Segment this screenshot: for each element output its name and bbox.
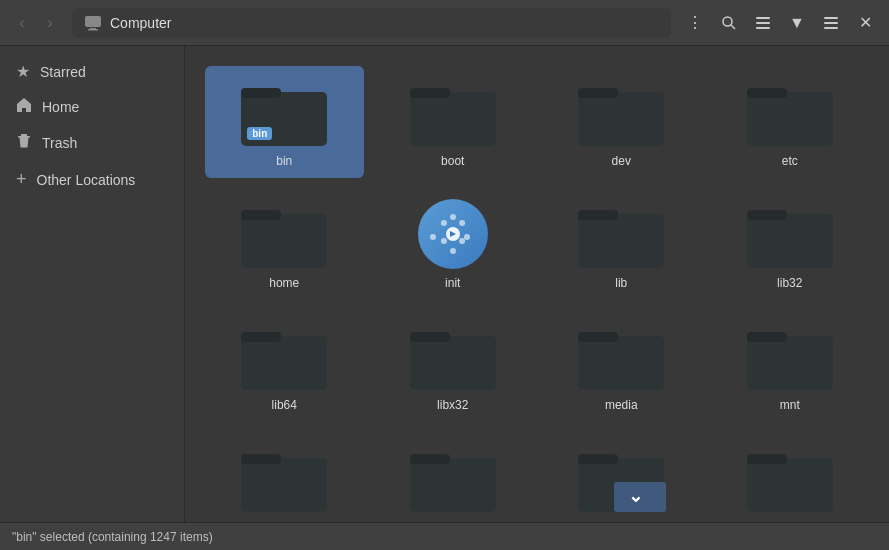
svg-text:⌄: ⌄ — [628, 486, 643, 506]
svg-rect-14 — [410, 88, 450, 98]
plus-icon: + — [16, 169, 27, 190]
star-icon: ★ — [16, 62, 30, 81]
svg-rect-42 — [747, 458, 833, 512]
file-item-bin[interactable]: bin bin — [205, 66, 364, 178]
computer-icon — [84, 14, 102, 32]
svg-point-3 — [723, 17, 732, 26]
folder-icon-row4_3: ⌄ — [576, 442, 666, 514]
svg-rect-33 — [747, 332, 787, 342]
sidebar-label-other-locations: Other Locations — [37, 172, 136, 188]
toolbar-right: ⋮ ▼ ✕ — [679, 7, 881, 39]
file-item-dev[interactable]: dev — [542, 66, 701, 178]
file-label-lib: lib — [615, 276, 627, 290]
svg-rect-26 — [241, 336, 327, 390]
back-button[interactable]: ‹ — [8, 9, 36, 37]
svg-rect-25 — [747, 210, 787, 220]
menu-button[interactable]: ⋮ — [679, 7, 711, 39]
file-item-boot[interactable]: boot — [374, 66, 533, 178]
file-label-bin: bin — [276, 154, 292, 168]
sidebar-item-other-locations[interactable]: + Other Locations — [0, 161, 184, 198]
folder-icon-bin: bin — [239, 76, 329, 148]
home-icon — [16, 97, 32, 117]
svg-rect-31 — [578, 332, 618, 342]
sidebar: ★ Starred Home Trash + Other Locations — [0, 46, 185, 522]
main-layout: ★ Starred Home Trash + Other Locations — [0, 46, 889, 522]
file-grid: bin bin boot dev et — [205, 66, 869, 522]
file-label-media: media — [605, 398, 638, 412]
svg-rect-39 — [578, 454, 618, 464]
file-item-row4_2[interactable] — [374, 432, 533, 522]
file-item-row4_4[interactable] — [711, 432, 870, 522]
svg-rect-8 — [824, 17, 838, 19]
svg-rect-19 — [241, 214, 327, 268]
hamburger-button[interactable] — [815, 7, 847, 39]
forward-button[interactable]: › — [36, 9, 64, 37]
svg-rect-16 — [578, 88, 618, 98]
folder-icon-etc — [745, 76, 835, 148]
view-dropdown-button[interactable]: ▼ — [781, 7, 813, 39]
svg-rect-23 — [578, 210, 618, 220]
close-button[interactable]: ✕ — [849, 7, 881, 39]
folder-icon-libx32 — [408, 320, 498, 392]
folder-badge-bin: bin — [247, 127, 272, 140]
svg-rect-37 — [410, 454, 450, 464]
svg-rect-24 — [747, 214, 833, 268]
svg-line-4 — [731, 25, 735, 29]
folder-icon-boot — [408, 76, 498, 148]
svg-rect-12 — [241, 88, 281, 98]
file-browser-content: bin bin boot dev et — [185, 46, 889, 522]
sidebar-item-home[interactable]: Home — [0, 89, 184, 125]
trash-icon — [16, 133, 32, 153]
svg-rect-35 — [241, 454, 281, 464]
statusbar: "bin" selected (containing 1247 items) — [0, 522, 889, 550]
file-label-etc: etc — [782, 154, 798, 168]
file-item-init[interactable]: init — [374, 188, 533, 300]
svg-rect-43 — [747, 454, 787, 464]
folder-icon-row4_4 — [745, 442, 835, 514]
svg-rect-28 — [410, 336, 496, 390]
folder-icon-dev — [576, 76, 666, 148]
sidebar-label-starred: Starred — [40, 64, 86, 80]
svg-rect-18 — [747, 88, 787, 98]
svg-rect-22 — [578, 214, 664, 268]
folder-icon-lib32 — [745, 198, 835, 270]
svg-rect-15 — [578, 92, 664, 146]
folder-icon-row4_2 — [408, 442, 498, 514]
svg-rect-0 — [85, 16, 101, 27]
init-icon — [408, 198, 498, 270]
view-list-button[interactable] — [747, 7, 779, 39]
file-label-home: home — [269, 276, 299, 290]
sidebar-item-starred[interactable]: ★ Starred — [0, 54, 184, 89]
file-label-lib32: lib32 — [777, 276, 802, 290]
folder-icon-media — [576, 320, 666, 392]
sidebar-label-home: Home — [42, 99, 79, 115]
folder-icon-lib64 — [239, 320, 329, 392]
search-button[interactable] — [713, 7, 745, 39]
file-item-lib[interactable]: lib — [542, 188, 701, 300]
svg-rect-2 — [88, 29, 98, 31]
svg-rect-20 — [241, 210, 281, 220]
file-item-etc[interactable]: etc — [711, 66, 870, 178]
sidebar-item-trash[interactable]: Trash — [0, 125, 184, 161]
file-item-libx32[interactable]: libx32 — [374, 310, 533, 422]
file-label-mnt: mnt — [780, 398, 800, 412]
folder-icon-row4_1 — [239, 442, 329, 514]
file-label-libx32: libx32 — [437, 398, 468, 412]
window-title: Computer — [110, 15, 171, 31]
file-label-lib64: lib64 — [272, 398, 297, 412]
file-item-mnt[interactable]: mnt — [711, 310, 870, 422]
svg-rect-9 — [824, 22, 838, 24]
svg-rect-27 — [241, 332, 281, 342]
file-label-init: init — [445, 276, 460, 290]
file-item-row4_1[interactable] — [205, 432, 364, 522]
svg-rect-34 — [241, 458, 327, 512]
svg-rect-29 — [410, 332, 450, 342]
file-item-lib64[interactable]: lib64 — [205, 310, 364, 422]
file-item-lib32[interactable]: lib32 — [711, 188, 870, 300]
file-item-home[interactable]: home — [205, 188, 364, 300]
file-item-media[interactable]: media — [542, 310, 701, 422]
title-area: Computer — [72, 8, 671, 38]
sidebar-label-trash: Trash — [42, 135, 77, 151]
file-item-row4_3[interactable]: ⌄ — [542, 432, 701, 522]
svg-rect-6 — [756, 22, 770, 24]
